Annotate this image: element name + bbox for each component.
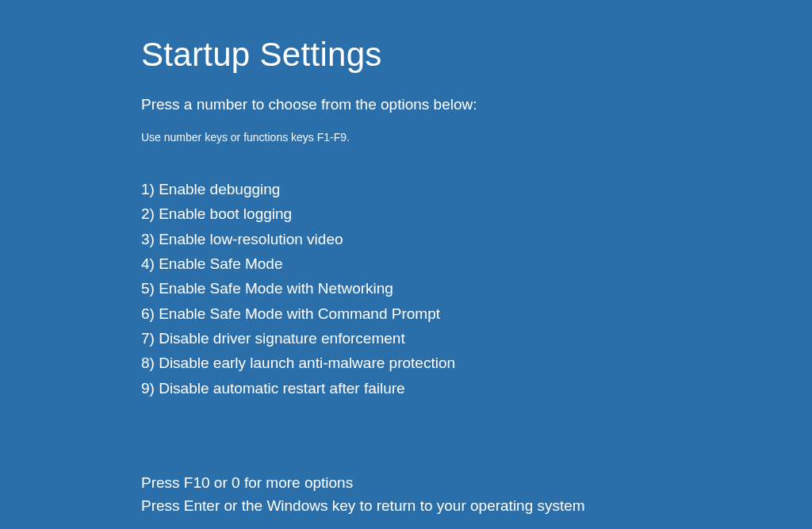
options-list: 1) Enable debugging 2) Enable boot loggi… xyxy=(141,177,812,401)
option-safe-mode-networking[interactable]: 5) Enable Safe Mode with Networking xyxy=(141,276,812,301)
option-disable-auto-restart[interactable]: 9) Disable automatic restart after failu… xyxy=(141,376,812,401)
option-disable-anti-malware[interactable]: 8) Disable early launch anti-malware pro… xyxy=(141,351,812,375)
option-low-resolution-video[interactable]: 3) Enable low-resolution video xyxy=(141,227,812,251)
hint-text: Use number keys or functions keys F1-F9. xyxy=(141,131,812,144)
option-disable-driver-signature[interactable]: 7) Disable driver signature enforcement xyxy=(141,326,812,351)
option-safe-mode[interactable]: 4) Enable Safe Mode xyxy=(141,251,812,276)
page-title: Startup Settings xyxy=(141,36,812,74)
subtitle-text: Press a number to choose from the option… xyxy=(141,96,812,113)
option-boot-logging[interactable]: 2) Enable boot logging xyxy=(141,201,812,226)
more-options-text: Press F10 or 0 for more options xyxy=(141,472,812,495)
return-text: Press Enter or the Windows key to return… xyxy=(141,495,812,518)
option-debugging[interactable]: 1) Enable debugging xyxy=(141,177,812,201)
option-safe-mode-command-prompt[interactable]: 6) Enable Safe Mode with Command Prompt xyxy=(141,301,812,326)
